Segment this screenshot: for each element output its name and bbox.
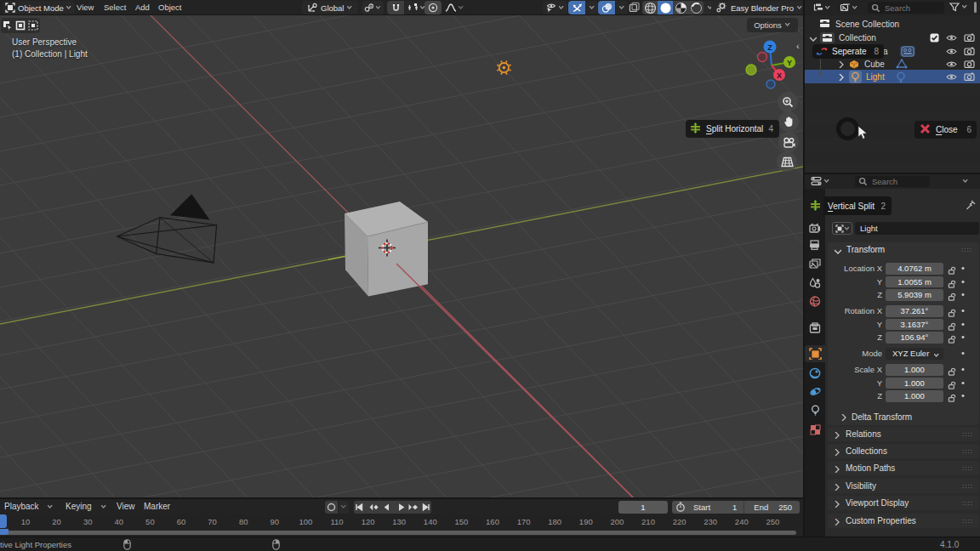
- svg-text:Y: Y: [787, 59, 792, 67]
- svg-text:X: X: [777, 71, 782, 80]
- svg-text:Z: Z: [767, 43, 772, 52]
